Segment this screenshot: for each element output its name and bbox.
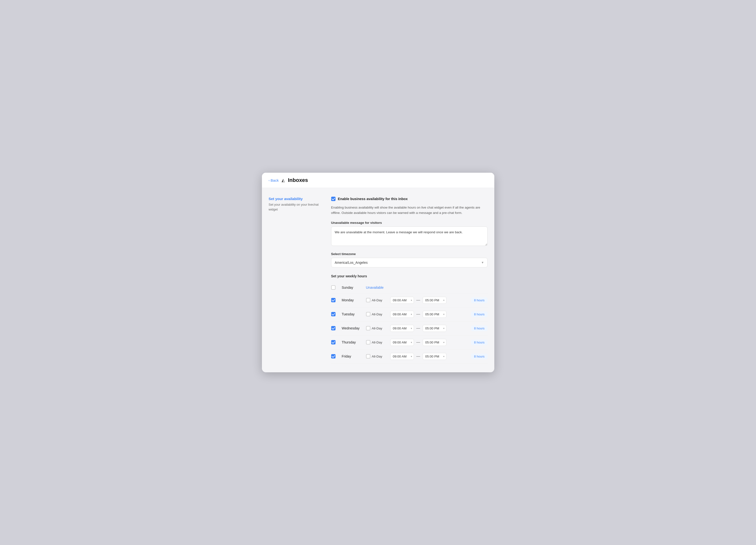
allday-label: All-Day	[372, 355, 382, 358]
day-enabled-checkbox[interactable]	[331, 326, 336, 331]
end-time-select[interactable]: 12:00 AM01:00 AM02:00 AM03:00 AM04:00 AM…	[423, 311, 446, 318]
settings-window: ‹ Back ◭ Inboxes Set your availability S…	[262, 173, 494, 372]
day-row: TuesdayAll-Day12:00 AM01:00 AM02:00 AM03…	[331, 308, 488, 322]
allday-label: All-Day	[372, 327, 382, 330]
allday-checkbox[interactable]	[366, 298, 370, 302]
content-area: Set your availability Set your availabil…	[262, 188, 494, 372]
day-name-label: Thursday	[342, 340, 366, 344]
allday-label: All-Day	[372, 299, 382, 302]
hours-badge: 8 hours	[471, 298, 487, 303]
chevron-left-icon: ‹	[269, 178, 270, 182]
day-enabled-checkbox[interactable]	[331, 312, 336, 316]
end-time-select[interactable]: 12:00 AM01:00 AM02:00 AM03:00 AM04:00 AM…	[423, 353, 446, 360]
weekly-hours-title: Set your weekly hours	[331, 274, 488, 278]
day-enabled-checkbox[interactable]	[331, 340, 336, 345]
start-time-select[interactable]: 12:00 AM01:00 AM02:00 AM03:00 AM04:00 AM…	[390, 325, 414, 332]
unavailable-message-label: Unavailable message for visitors	[331, 221, 488, 224]
day-enabled-checkbox[interactable]	[331, 285, 336, 290]
day-name-label: Monday	[342, 298, 366, 302]
day-name-label: Wednesday	[342, 326, 366, 330]
day-row: MondayAll-Day12:00 AM01:00 AM02:00 AM03:…	[331, 293, 488, 308]
time-range-dash: —	[416, 326, 420, 331]
timezone-select-wrapper: America/Los_Angeles America/New_York Ame…	[331, 258, 488, 267]
day-row: FridayAll-Day12:00 AM01:00 AM02:00 AM03:…	[331, 350, 488, 364]
start-time-select[interactable]: 12:00 AM01:00 AM02:00 AM03:00 AM04:00 AM…	[390, 353, 414, 360]
page-title: Inboxes	[288, 177, 308, 183]
unavailable-message-textarea[interactable]	[331, 226, 488, 246]
header: ‹ Back ◭ Inboxes	[262, 173, 494, 188]
time-range-dash: —	[416, 298, 420, 302]
hours-badge: 8 hours	[471, 312, 487, 317]
hours-badge: 8 hours	[471, 354, 487, 359]
availability-description: Enabling business availability will show…	[331, 205, 488, 215]
day-row: WednesdayAll-Day12:00 AM01:00 AM02:00 AM…	[331, 322, 488, 336]
day-name-label: Sunday	[342, 286, 366, 290]
time-range-dash: —	[416, 340, 420, 345]
end-time-select[interactable]: 12:00 AM01:00 AM02:00 AM03:00 AM04:00 AM…	[423, 339, 446, 346]
enable-availability-label: Enable business availability for this in…	[338, 197, 408, 201]
start-time-select[interactable]: 12:00 AM01:00 AM02:00 AM03:00 AM04:00 AM…	[390, 339, 414, 346]
allday-checkbox[interactable]	[366, 312, 370, 316]
main-content: Enable business availability for this in…	[331, 197, 488, 363]
time-range-dash: —	[416, 312, 420, 316]
allday-label: All-Day	[372, 341, 382, 344]
inbox-icon: ◭	[282, 177, 285, 183]
allday-checkbox[interactable]	[366, 326, 370, 331]
day-row: ThursdayAll-Day12:00 AM01:00 AM02:00 AM0…	[331, 336, 488, 350]
day-name-label: Friday	[342, 354, 366, 358]
enable-availability-row: Enable business availability for this in…	[331, 197, 488, 201]
day-enabled-checkbox[interactable]	[331, 298, 336, 302]
sidebar: Set your availability Set your availabil…	[269, 197, 320, 363]
hours-badge: 8 hours	[471, 340, 487, 345]
sidebar-subtitle: Set your availability on your livechat w…	[269, 202, 320, 212]
allday-label: All-Day	[372, 313, 382, 316]
days-container: SundayUnavailableMondayAll-Day12:00 AM01…	[331, 282, 488, 364]
enable-availability-checkbox[interactable]	[331, 197, 336, 201]
end-time-select[interactable]: 12:00 AM01:00 AM02:00 AM03:00 AM04:00 AM…	[423, 325, 446, 332]
start-time-select[interactable]: 12:00 AM01:00 AM02:00 AM03:00 AM04:00 AM…	[390, 297, 414, 304]
time-range-dash: —	[416, 354, 420, 359]
back-button[interactable]: ‹ Back	[269, 178, 279, 182]
start-time-select[interactable]: 12:00 AM01:00 AM02:00 AM03:00 AM04:00 AM…	[390, 311, 414, 318]
day-unavailable-label: Unavailable	[366, 286, 384, 290]
day-enabled-checkbox[interactable]	[331, 354, 336, 359]
day-name-label: Tuesday	[342, 312, 366, 316]
back-label: Back	[271, 178, 279, 182]
timezone-select[interactable]: America/Los_Angeles America/New_York Ame…	[331, 258, 488, 267]
allday-checkbox[interactable]	[366, 354, 370, 359]
allday-checkbox[interactable]	[366, 340, 370, 345]
hours-badge: 8 hours	[471, 326, 487, 331]
day-row: SundayUnavailable	[331, 282, 488, 293]
end-time-select[interactable]: 12:00 AM01:00 AM02:00 AM03:00 AM04:00 AM…	[423, 297, 446, 304]
timezone-label: Select timezone	[331, 252, 488, 256]
sidebar-title: Set your availability	[269, 197, 320, 201]
